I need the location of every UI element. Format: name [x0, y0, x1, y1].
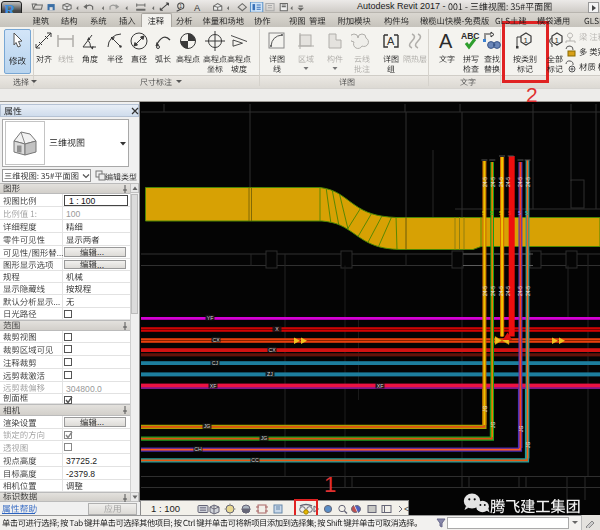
svg-text:JG: JG — [490, 422, 496, 429]
svg-text:24-5: 24-5 — [517, 286, 523, 296]
svg-text:ABC: ABC — [461, 31, 479, 41]
svg-text:24-5: 24-5 — [498, 177, 504, 187]
svg-text:JG: JG — [261, 435, 268, 441]
svg-text:ZJ: ZJ — [267, 371, 273, 377]
svg-text:A: A — [387, 35, 395, 47]
svg-text:1: 1 — [179, 3, 182, 9]
svg-text:24-5: 24-5 — [482, 177, 488, 187]
svg-text:JG: JG — [525, 442, 531, 449]
svg-text:24-5: 24-5 — [490, 177, 496, 187]
svg-text:A: A — [439, 30, 453, 52]
svg-text:24-5: 24-5 — [525, 286, 531, 296]
svg-text:24-5: 24-5 — [490, 286, 496, 296]
svg-text:5: 5 — [508, 210, 511, 216]
svg-text:JG: JG — [482, 406, 488, 413]
svg-text:24-5: 24-5 — [517, 177, 523, 187]
svg-text:24-5: 24-5 — [498, 286, 504, 296]
svg-text:YF: YF — [207, 315, 214, 321]
svg-text:5: 5 — [499, 210, 502, 216]
svg-text:5: 5 — [518, 210, 521, 216]
svg-text:A: A — [194, 2, 201, 12]
svg-text:X: X — [275, 326, 279, 332]
svg-text:CJ: CJ — [212, 360, 219, 366]
svg-text:JG: JG — [518, 426, 524, 433]
svg-text:1: 1 — [555, 36, 560, 45]
svg-text:CH: CH — [194, 446, 202, 452]
svg-text:5: 5 — [525, 210, 528, 216]
svg-text:XF: XF — [377, 383, 384, 389]
svg-text:CX: CX — [212, 337, 220, 343]
svg-text:5: 5 — [482, 210, 485, 216]
svg-text:24-5: 24-5 — [505, 177, 511, 187]
svg-text:24-5: 24-5 — [525, 177, 531, 187]
svg-text:CC: CC — [251, 457, 259, 463]
svg-text:JG: JG — [204, 423, 211, 429]
svg-text:24-5: 24-5 — [505, 286, 511, 296]
svg-text:XF: XF — [210, 383, 217, 389]
svg-text:CX: CX — [268, 347, 276, 353]
svg-text:24-5: 24-5 — [482, 286, 488, 296]
svg-text:5: 5 — [490, 210, 493, 216]
